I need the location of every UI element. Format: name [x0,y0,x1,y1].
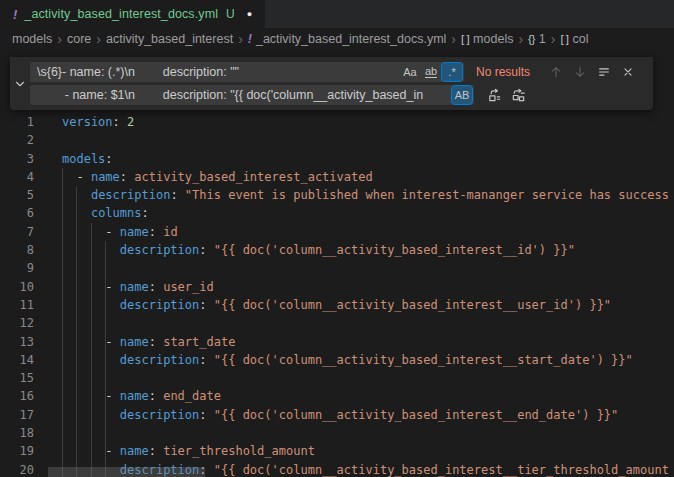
code-line[interactable]: 14 description: "{{ doc('column__activit… [0,351,674,369]
code-line[interactable]: 12 [0,314,674,332]
replace-input-box: AB [30,85,474,105]
line-number: 8 [0,241,34,259]
line-number: 14 [0,351,34,369]
code-line[interactable]: 17 description: "{{ doc('column__activit… [0,406,674,424]
toggle-replace-button[interactable] [10,57,30,110]
line-number: 1 [0,113,34,131]
whole-word-toggle[interactable]: ab [421,63,441,81]
breadcrumb-label: 1 [539,32,546,46]
line-content: - name: start_date [34,333,235,351]
preserve-case-toggle[interactable]: AB [452,86,472,104]
breadcrumb-label: models [12,32,52,46]
line-content: - name: user_id [34,278,214,296]
selection-icon [597,65,611,79]
breadcrumb-item[interactable]: core [67,32,91,46]
close-find-button[interactable] [618,62,638,82]
line-content [34,369,62,387]
line-number: 10 [0,278,34,296]
breadcrumb-item[interactable]: !_activity_based_interest_docs.yml [248,32,447,46]
tab-title: _activity_based_interest_docs.yml [24,7,218,21]
code-line[interactable]: 9 [0,259,674,277]
code-line[interactable]: 3models: [0,150,674,168]
line-content [34,424,62,442]
replace-button[interactable] [484,85,504,105]
line-number: 12 [0,314,34,332]
match-case-toggle[interactable]: Aa [400,63,420,81]
breadcrumb-separator-icon: › [96,32,101,46]
code-line[interactable]: 10 - name: user_id [0,278,674,296]
line-number: 7 [0,223,34,241]
breadcrumb-separator-icon: › [57,32,62,46]
code-line[interactable]: 4 - name: activity_based_interest_activa… [0,168,674,186]
line-number: 11 [0,296,34,314]
code-line[interactable]: 6 columns: [0,204,674,222]
symbol-array-icon: [ ] [560,33,568,45]
yaml-file-icon: ! [13,7,17,22]
editor-pane[interactable]: 1version: 223models:4 - name: activity_b… [0,50,674,477]
line-number: 4 [0,168,34,186]
code-line[interactable]: 13 - name: start_date [0,333,674,351]
git-status-badge: U [226,7,235,21]
code-line[interactable]: 2 [0,131,674,149]
code-line[interactable]: 18 [0,424,674,442]
line-number: 13 [0,333,34,351]
find-input[interactable] [30,62,399,82]
breadcrumb-separator-icon: › [518,32,523,46]
line-content: - name: end_date [34,387,221,405]
breadcrumb: models›core›activity_based_interest›!_ac… [0,28,674,50]
breadcrumb-label: models [473,32,513,46]
close-icon [621,65,635,79]
symbol-object-icon: {} [528,33,535,45]
find-row: Aa ab .* No results [30,62,649,82]
breadcrumb-separator-icon: › [451,32,456,46]
line-number: 20 [0,461,34,477]
previous-match-button[interactable] [546,62,566,82]
chevron-down-icon [13,77,27,91]
line-number: 6 [0,204,34,222]
line-number: 3 [0,150,34,168]
find-in-selection-button[interactable] [594,62,614,82]
regex-toggle[interactable]: .* [442,63,462,81]
replace-all-button[interactable] [508,85,528,105]
find-input-box: Aa ab .* [30,62,464,82]
horizontal-scrollbar-thumb[interactable] [48,467,205,477]
code-line[interactable]: 19 - name: tier_threshold_amount [0,442,674,460]
arrow-down-icon [573,65,587,79]
breadcrumb-separator-icon: › [238,32,243,46]
line-content [34,314,62,332]
next-match-button[interactable] [570,62,590,82]
breadcrumb-separator-icon: › [551,32,556,46]
line-content: models: [34,150,113,168]
code-line[interactable]: 8 description: "{{ doc('column__activity… [0,241,674,259]
replace-input[interactable] [30,85,451,105]
line-content [34,259,62,277]
tab-active-file[interactable]: ! _activity_based_interest_docs.yml U ● [0,0,265,28]
code-line[interactable]: 11 description: "{{ doc('column__activit… [0,296,674,314]
line-content: description: "{{ doc('column__activity_b… [34,351,633,369]
code-line[interactable]: 1version: 2 [0,113,674,131]
breadcrumb-item[interactable]: activity_based_interest [106,32,233,46]
breadcrumb-label: core [67,32,91,46]
line-number: 18 [0,424,34,442]
line-number: 9 [0,259,34,277]
breadcrumb-item[interactable]: [ ]models [461,32,513,46]
code-line[interactable]: 15 [0,369,674,387]
line-content: - name: tier_threshold_amount [34,442,315,460]
breadcrumb-item[interactable]: [ ]col [560,32,588,46]
find-replace-widget: Aa ab .* No results [10,57,653,110]
code-line[interactable]: 16 - name: end_date [0,387,674,405]
line-number: 5 [0,186,34,204]
code-line[interactable]: 7 - name: id [0,223,674,241]
code-line[interactable]: 5 description: "This event is published … [0,186,674,204]
breadcrumb-item[interactable]: models [12,32,52,46]
replace-icon [487,88,502,103]
breadcrumb-label: _activity_based_interest_docs.yml [256,32,446,46]
breadcrumb-item[interactable]: {}1 [528,32,546,46]
code-area[interactable]: 1version: 223models:4 - name: activity_b… [0,113,674,477]
tab-bar: ! _activity_based_interest_docs.yml U ● [0,0,674,28]
line-number: 2 [0,131,34,149]
unsaved-dot-icon[interactable]: ● [247,9,252,19]
line-content: description: "{{ doc('column__activity_b… [34,296,611,314]
line-content: - name: activity_based_interest_activate… [34,168,373,186]
line-number: 19 [0,442,34,460]
